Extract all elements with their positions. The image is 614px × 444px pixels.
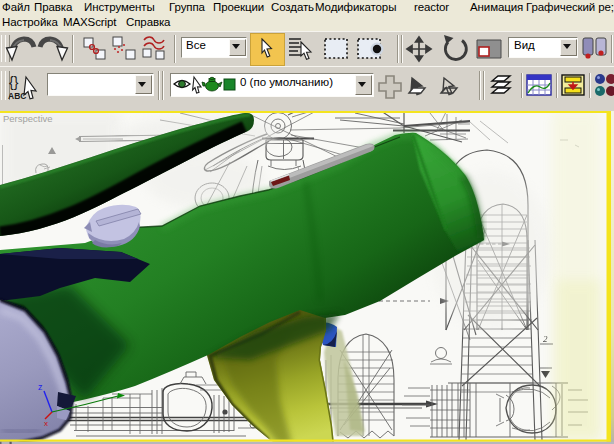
- svg-text:{}: {}: [9, 74, 19, 90]
- svg-text:Perspective: Perspective: [3, 113, 53, 124]
- svg-text:x: x: [44, 419, 48, 428]
- svg-text:z: z: [38, 382, 43, 392]
- svg-text:2: 2: [543, 334, 548, 344]
